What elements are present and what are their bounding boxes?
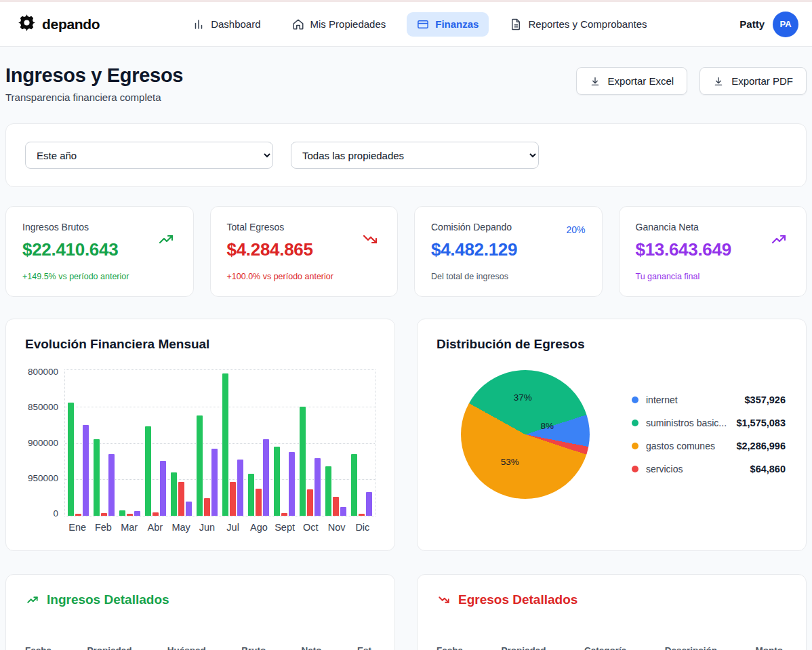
- trend-up-icon: [155, 231, 177, 247]
- bar-ingresos: [248, 474, 254, 516]
- x-tick-label: Jul: [220, 522, 246, 533]
- pie-chart-title: Distribución de Egresos: [437, 337, 787, 352]
- y-tick-label: 800000: [28, 369, 58, 375]
- legend-amount: $357,926: [745, 394, 786, 405]
- legend-amount: $64,860: [750, 464, 786, 474]
- pie-slice-label: 53%: [501, 456, 519, 466]
- bar-ingresos: [197, 415, 203, 516]
- bar-egresos: [230, 482, 236, 516]
- bar-group-dic: [349, 370, 375, 516]
- bar-chart-icon: [192, 18, 205, 31]
- page-subtitle: Transparencia financiera completa: [5, 92, 183, 103]
- main-content: Ingresos y Egresos Transparencia financi…: [0, 64, 812, 650]
- y-tick-label: 900000: [28, 441, 58, 446]
- egresos-table-header: FechaPropiedadCategoríaDescripciónMonto: [437, 645, 787, 650]
- column-header-est: Est: [357, 645, 371, 650]
- bar-ingresos: [300, 407, 306, 516]
- document-icon: [510, 18, 522, 31]
- column-header-categor-a: Categoría: [584, 645, 626, 650]
- bar-ganancia: [237, 460, 243, 516]
- depando-logo-gear-icon: [18, 14, 36, 35]
- x-tick-label: Mar: [117, 522, 142, 533]
- bar-chart-card: Evolución Financiera Mensual 80000085000…: [5, 319, 395, 551]
- bar-ganancia: [314, 458, 321, 516]
- bar-group-jun: [194, 370, 220, 516]
- x-tick-label: Feb: [90, 522, 116, 533]
- stat-percentage-badge: 20%: [566, 224, 585, 235]
- bar-ganancia: [83, 425, 89, 516]
- legend-amount: $2,286,996: [736, 441, 786, 451]
- legend-dot: [632, 420, 638, 426]
- nav-item-reportes-y-comprobantes[interactable]: Reportes y Comprobantes: [500, 12, 657, 37]
- pie-slice-label: 8%: [541, 420, 554, 430]
- bar-ganancia: [263, 439, 269, 516]
- trend-up-icon: [768, 231, 790, 247]
- home-icon: [292, 18, 304, 31]
- egresos-table-card: Egresos Detallados FechaPropiedadCategor…: [417, 574, 807, 650]
- tables-row: Ingresos Detallados FechaPropiedadHuéspe…: [5, 574, 807, 650]
- page-title: Ingresos y Egresos: [5, 64, 183, 87]
- user-name: Patty: [739, 18, 765, 30]
- bar-ganancia: [211, 449, 218, 516]
- brand-name: depando: [42, 16, 100, 33]
- legend-dot: [632, 397, 638, 403]
- x-tick-label: Dic: [350, 522, 375, 533]
- user-menu[interactable]: Patty PA: [739, 12, 798, 37]
- bar-ganancia: [366, 492, 372, 516]
- nav-item-label: Finanzas: [435, 18, 479, 30]
- x-tick-label: Oct: [298, 522, 323, 533]
- stat-card-comisi-n-depando: Comisión Depando$4.482.129Del total de i…: [414, 206, 603, 297]
- brand[interactable]: depando: [18, 14, 100, 35]
- column-header-fecha: Fecha: [25, 645, 52, 650]
- filters-card: Este año Todas las propiedades: [5, 123, 807, 187]
- pie-chart-area: 37%8%53%: [437, 367, 614, 502]
- stat-card-total-egresos: Total Egresos$4.284.865+100.0% vs períod…: [210, 206, 399, 297]
- bar-egresos: [127, 514, 133, 516]
- egresos-table-title: Egresos Detallados: [458, 592, 577, 607]
- stats-grid: Ingresos Brutos$22.410.643+149.5% vs per…: [5, 206, 807, 297]
- stat-label: Ganancia Neta: [636, 222, 790, 232]
- period-select[interactable]: Este año: [25, 142, 273, 169]
- bar-ingresos: [145, 426, 151, 516]
- bar-egresos: [153, 512, 159, 516]
- export-excel-button[interactable]: Exportar Excel: [576, 67, 688, 95]
- nav-item-label: Dashboard: [211, 18, 260, 30]
- nav-item-mis-propiedades[interactable]: Mis Propiedades: [282, 12, 397, 37]
- column-header-propiedad: Propiedad: [502, 645, 546, 650]
- legend-label: servicios: [646, 464, 683, 474]
- bar-ganancia: [289, 452, 295, 516]
- bar-group-sept: [272, 370, 298, 516]
- bar-ganancia: [186, 502, 192, 516]
- avatar[interactable]: PA: [773, 12, 798, 37]
- bar-ganancia: [340, 507, 346, 516]
- bar-egresos: [281, 513, 287, 516]
- stat-note: Del total de ingresos: [431, 272, 586, 281]
- column-header-bruto: Bruto: [241, 645, 266, 650]
- nav-item-finanzas[interactable]: Finanzas: [407, 12, 489, 37]
- bar-ganancia: [134, 511, 140, 516]
- property-select[interactable]: Todas las propiedades: [291, 142, 539, 169]
- trend-down-icon: [437, 594, 451, 606]
- column-header-descripci-n: Descripción: [665, 645, 717, 650]
- nav-item-dashboard[interactable]: Dashboard: [182, 12, 270, 37]
- bar-ingresos: [222, 373, 228, 516]
- bar-egresos: [178, 482, 184, 516]
- stat-card-ingresos-brutos: Ingresos Brutos$22.410.643+149.5% vs per…: [5, 206, 194, 297]
- stat-card-ganancia-neta: Ganancia Neta$13.643.649Tu ganancia fina…: [619, 206, 807, 297]
- trend-down-icon: [359, 231, 381, 247]
- page-title-block: Ingresos y Egresos Transparencia financi…: [5, 64, 183, 103]
- bar-ingresos: [171, 472, 177, 516]
- download-icon: [590, 76, 601, 87]
- download-icon: [713, 76, 724, 87]
- bar-egresos: [333, 497, 339, 516]
- column-header-propiedad: Propiedad: [87, 645, 131, 650]
- credit-card-icon: [417, 18, 429, 31]
- bar-egresos: [75, 514, 81, 516]
- stat-value: $22.410.643: [22, 239, 177, 260]
- stat-value: $4.284.865: [227, 239, 382, 260]
- x-tick-label: Abr: [142, 522, 168, 533]
- bar-group-mar: [117, 370, 142, 516]
- bar-chart-y-axis: 8000008500009000009500000: [25, 369, 64, 516]
- stat-label: Total Egresos: [227, 222, 382, 232]
- export-pdf-button[interactable]: Exportar PDF: [699, 67, 807, 95]
